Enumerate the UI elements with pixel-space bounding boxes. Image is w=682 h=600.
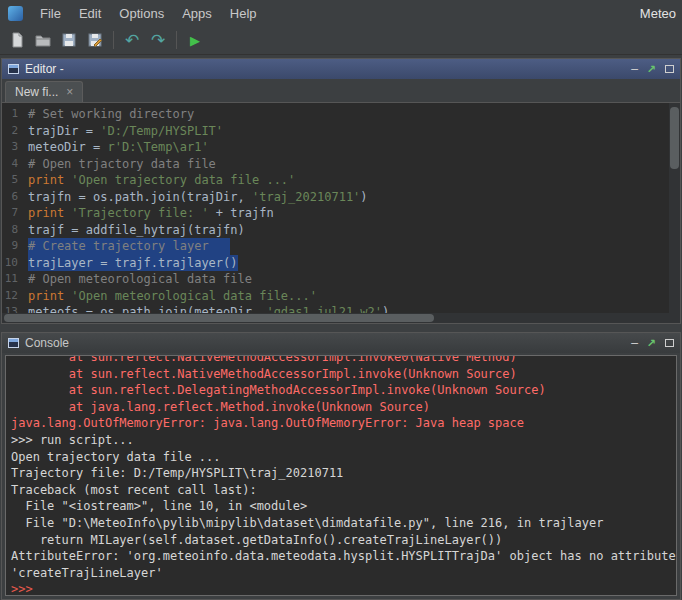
code-line: 10trajLayer = trajf.trajlayer() bbox=[2, 255, 680, 272]
code-text: trajDir = 'D:/Temp/HYSPLIT' bbox=[28, 123, 223, 140]
line-number: 12 bbox=[2, 288, 28, 305]
console-window-controls: ─ ↗ bbox=[631, 338, 674, 349]
code-line: 1# Set working directory bbox=[2, 106, 680, 123]
maximize-icon[interactable] bbox=[665, 65, 674, 73]
code-text: print 'Open meteorological data file...' bbox=[28, 288, 317, 305]
editor-tab-bar: New fi... × bbox=[2, 79, 680, 103]
console-line: File "D:\MeteoInfo\pylib\mipylib\dataset… bbox=[11, 515, 676, 532]
maximize-icon[interactable] bbox=[665, 339, 674, 347]
meteoinfo-window: File Edit Options Apps Help Meteo bbox=[0, 0, 682, 600]
code-line: 9# Create trajectory layer bbox=[2, 238, 680, 255]
editor-panel-icon bbox=[8, 64, 19, 74]
line-number: 13 bbox=[2, 304, 28, 313]
line-number: 8 bbox=[2, 222, 28, 239]
code-line: 11# Open meteorological data file bbox=[2, 271, 680, 288]
run-script-button[interactable]: ▶ bbox=[183, 28, 207, 52]
line-number: 10 bbox=[2, 255, 28, 272]
float-icon[interactable]: ↗ bbox=[647, 338, 656, 349]
toolbar-separator bbox=[113, 31, 114, 49]
console-panel-icon bbox=[8, 338, 19, 348]
console-line: at java.lang.reflect.Method.invoke(Unkno… bbox=[11, 399, 676, 416]
redo-icon: ↷ bbox=[151, 32, 165, 49]
code-line: 7print 'Trajectory file: ' + trajfn bbox=[2, 205, 680, 222]
line-number: 6 bbox=[2, 189, 28, 206]
console-line: 'createTrajLineLayer' bbox=[11, 565, 676, 582]
code-editor[interactable]: 1# Set working directory2trajDir = 'D:/T… bbox=[2, 103, 680, 313]
code-line: 8trajf = addfile_hytraj(trajfn) bbox=[2, 222, 680, 239]
close-tab-icon[interactable]: × bbox=[66, 85, 73, 99]
console-panel-title: Console bbox=[25, 336, 69, 350]
new-file-button[interactable] bbox=[5, 28, 29, 52]
console-line: File "<iostream>", line 10, in <module> bbox=[11, 498, 676, 515]
editor-window-controls: ─ ↗ bbox=[631, 64, 674, 75]
save-figure-button[interactable] bbox=[83, 28, 107, 52]
minimize-icon[interactable]: ─ bbox=[631, 338, 638, 349]
line-number: 11 bbox=[2, 271, 28, 288]
console-line: at sun.reflect.NativeMethodAccessorImpl.… bbox=[11, 366, 676, 383]
console-line: Open trajectory data file ... bbox=[11, 449, 676, 466]
console-line: at sun.reflect.DelegatingMethodAccessorI… bbox=[11, 382, 676, 399]
line-number: 2 bbox=[2, 123, 28, 140]
console-line: return MILayer(self.dataset.getDataInfo(… bbox=[11, 532, 676, 549]
toolbar-separator bbox=[176, 31, 177, 49]
float-icon[interactable]: ↗ bbox=[647, 64, 656, 75]
editor-vertical-scrollbar[interactable] bbox=[669, 103, 680, 313]
code-text: print 'Open trajectory data file ...' bbox=[28, 172, 295, 189]
menu-help[interactable]: Help bbox=[221, 4, 266, 23]
line-number: 4 bbox=[2, 156, 28, 173]
code-line: 5print 'Open trajectory data file ...' bbox=[2, 172, 680, 189]
code-text: # Set working directory bbox=[28, 106, 194, 123]
line-number: 3 bbox=[2, 139, 28, 156]
undo-button[interactable]: ↶ bbox=[120, 28, 144, 52]
code-text: meteofs = os.path.join(meteoDir, 'gdas1.… bbox=[28, 304, 389, 313]
menu-edit[interactable]: Edit bbox=[70, 4, 110, 23]
code-text: trajf = addfile_hytraj(trajfn) bbox=[28, 222, 245, 239]
menu-file[interactable]: File bbox=[31, 4, 70, 23]
code-text: # Create trajectory layer bbox=[28, 238, 230, 255]
window-title: Meteo bbox=[640, 6, 676, 21]
open-folder-icon bbox=[35, 32, 51, 48]
console-line: java.lang.OutOfMemoryError: java.lang.Ou… bbox=[11, 415, 676, 432]
menu-options[interactable]: Options bbox=[110, 4, 173, 23]
console-panel: Console ─ ↗ at sun.reflect.NativeMethodA… bbox=[1, 332, 681, 600]
save-icon bbox=[61, 32, 77, 48]
code-text: trajfn = os.path.join(trajDir, 'traj_202… bbox=[28, 189, 368, 206]
redo-button[interactable]: ↷ bbox=[146, 28, 170, 52]
console-line: AttributeError: 'org.meteoinfo.data.mete… bbox=[11, 548, 676, 565]
code-text: # Open meteorological data file bbox=[28, 271, 252, 288]
console-line: >>> bbox=[11, 581, 676, 596]
code-line: 6trajfn = os.path.join(trajDir, 'traj_20… bbox=[2, 189, 680, 206]
console-line: Traceback (most recent call last): bbox=[11, 482, 676, 499]
console-line: at sun.reflect.NativeMethodAccessorImpl.… bbox=[11, 355, 676, 366]
minimize-icon[interactable]: ─ bbox=[631, 64, 638, 75]
code-line: 4# Open trjactory data file bbox=[2, 156, 680, 173]
code-text: # Open trjactory data file bbox=[28, 156, 216, 173]
editor-horizontal-scrollbar[interactable] bbox=[2, 313, 680, 323]
console-line: Trajectory file: D:/Temp/HYSPLIT\traj_20… bbox=[11, 465, 676, 482]
new-file-icon bbox=[9, 32, 25, 48]
line-number: 1 bbox=[2, 106, 28, 123]
code-text: trajLayer = trajf.trajlayer() bbox=[28, 255, 238, 272]
toolbar: ↶ ↷ ▶ bbox=[0, 26, 682, 55]
code-line: 3meteoDir = r'D:\Temp\ar1' bbox=[2, 139, 680, 156]
code-line: 13meteofs = os.path.join(meteoDir, 'gdas… bbox=[2, 304, 680, 313]
line-number: 7 bbox=[2, 205, 28, 222]
editor-panel-title: Editor - bbox=[25, 62, 64, 76]
code-text: print 'Trajectory file: ' + trajfn bbox=[28, 205, 274, 222]
undo-icon: ↶ bbox=[125, 32, 139, 49]
save-file-button[interactable] bbox=[57, 28, 81, 52]
open-file-button[interactable] bbox=[31, 28, 55, 52]
code-line: 12print 'Open meteorological data file..… bbox=[2, 288, 680, 305]
console-output-area[interactable]: at sun.reflect.NativeMethodAccessorImpl.… bbox=[5, 355, 677, 596]
app-logo-icon bbox=[8, 6, 23, 21]
tab-label: New fi... bbox=[15, 85, 58, 99]
editor-vertical-scrollbar-thumb[interactable] bbox=[670, 107, 679, 169]
console-panel-header: Console ─ ↗ bbox=[2, 333, 680, 353]
line-number: 9 bbox=[2, 238, 28, 255]
tab-new-file[interactable]: New fi... × bbox=[5, 81, 83, 102]
code-text: meteoDir = r'D:\Temp\ar1' bbox=[28, 139, 209, 156]
editor-horizontal-scrollbar-thumb[interactable] bbox=[4, 314, 434, 322]
code-lines: 1# Set working directory2trajDir = 'D:/T… bbox=[2, 106, 680, 313]
console-lines: at sun.reflect.NativeMethodAccessorImpl.… bbox=[11, 355, 676, 596]
menu-apps[interactable]: Apps bbox=[173, 4, 221, 23]
